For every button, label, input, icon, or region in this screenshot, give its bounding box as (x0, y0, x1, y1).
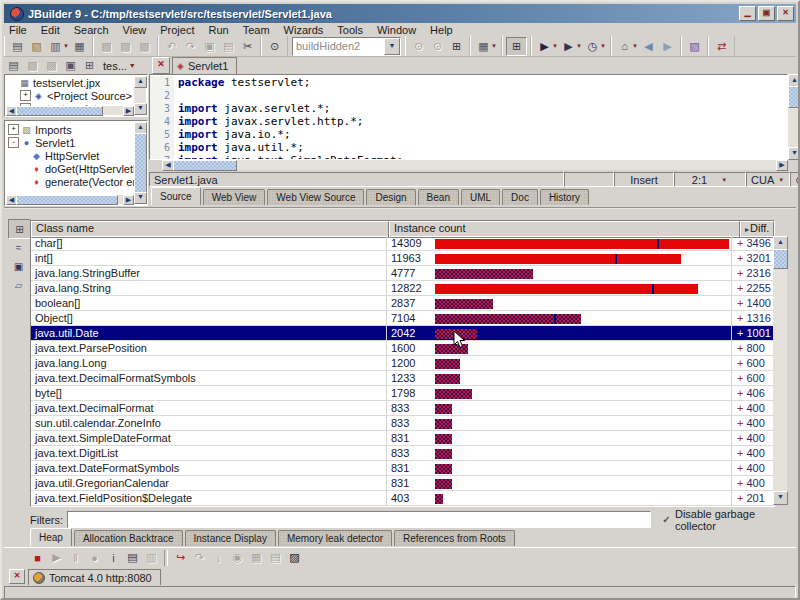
tab-uml[interactable]: UML (461, 189, 500, 205)
chevron-down-icon[interactable]: ▼ (384, 38, 400, 55)
new-file-button[interactable]: ▤ (8, 38, 27, 55)
resume-button[interactable]: ▶ (47, 549, 66, 566)
structure-tree-item[interactable]: ♦generate(Vector entr (6, 175, 134, 188)
tab-doc[interactable]: Doc (502, 189, 538, 205)
redo-button[interactable]: ↷ (181, 38, 200, 55)
table-row[interactable]: Object[]7104+ 1316 (31, 311, 774, 326)
code-editor[interactable]: 1package testservlet;23import javax.serv… (149, 74, 788, 160)
view-threads-button[interactable]: ▤ (266, 549, 285, 566)
scroll-up-icon[interactable]: ▲ (134, 76, 147, 88)
table-row[interactable]: int[]11963+ 3201 (31, 251, 774, 266)
project-tree-item[interactable]: +◈<Project Source> (6, 89, 134, 102)
copy-file-button[interactable]: ▩ (97, 38, 116, 55)
menu-tools[interactable]: Tools (330, 24, 370, 36)
table-row[interactable]: java.text.DecimalFormat833+ 400 (31, 401, 774, 416)
thread-info-button[interactable]: i (104, 549, 123, 566)
process-tab-tomcat[interactable]: Tomcat 4.0 http:8080 (28, 569, 161, 585)
project-selector[interactable]: tes... (103, 60, 127, 72)
console-view-icon[interactable]: ⊞ (8, 219, 31, 239)
profile-project-button[interactable]: ◷ (583, 38, 602, 55)
scroll-down-icon[interactable]: ▼ (134, 192, 147, 204)
scroll-thumb[interactable] (16, 195, 118, 205)
save-file-button[interactable]: ▥ (46, 38, 65, 55)
file-tab-servlet1[interactable]: ◈ Servlet1 (172, 57, 237, 74)
tab-history[interactable]: History (540, 189, 589, 205)
scroll-down-icon[interactable]: ▼ (788, 147, 800, 160)
scroll-thumb[interactable] (173, 160, 237, 171)
add-file-button[interactable]: ▩ (23, 57, 42, 74)
refresh-file-button[interactable]: ▦ (70, 38, 89, 55)
heap-view-icon[interactable]: ▣ (8, 257, 29, 275)
tab-instance-display[interactable]: Instance Display (185, 530, 276, 546)
close-project-button[interactable]: ▣ (61, 57, 80, 74)
run-to-cursor-button[interactable]: ↪ (171, 549, 190, 566)
run-project-button[interactable]: ▶ (535, 38, 554, 55)
menu-window[interactable]: Window (370, 24, 423, 36)
tab-source[interactable]: Source (151, 187, 201, 205)
table-row[interactable]: java.text.DateFormatSymbols831+ 400 (31, 461, 774, 476)
table-row[interactable]: java.text.DecimalFormatSymbols1233+ 600 (31, 371, 774, 386)
help-book-button[interactable]: ▧ (685, 38, 704, 55)
tab-bean[interactable]: Bean (418, 189, 459, 205)
scroll-down-icon[interactable]: ▼ (134, 103, 147, 115)
table-row[interactable]: java.util.Date2042+ 1001 (31, 326, 774, 341)
allocation-view-icon[interactable]: ▱ (8, 276, 29, 294)
code-line[interactable]: 2 (150, 89, 787, 102)
step-over-button[interactable]: ↷ (190, 549, 209, 566)
status-caret-position[interactable]: 2:1▼ (674, 172, 746, 187)
scroll-right-icon[interactable]: ▶ (123, 195, 134, 205)
make-project-button[interactable]: ▦ (474, 38, 493, 55)
copy-button[interactable]: ▣ (200, 38, 219, 55)
terminate-button[interactable]: ● (85, 549, 104, 566)
table-row[interactable]: byte[]1798+ 406 (31, 386, 774, 401)
tab-memory-leak-detector[interactable]: Memory leak detector (278, 530, 392, 546)
table-row[interactable]: char[]14309+ 3496 (31, 236, 774, 251)
code-line[interactable]: 3import javax.servlet.*; (150, 102, 787, 115)
tab-references-from-roots[interactable]: References from Roots (394, 530, 515, 546)
scroll-down-icon[interactable]: ▼ (773, 491, 788, 505)
tab-design[interactable]: Design (366, 189, 415, 205)
find-in-files-button[interactable]: ⊞ (447, 38, 466, 55)
build-target-combo[interactable]: buildHidden2 ▼ (292, 37, 401, 56)
toggle-curtain-button[interactable]: ⊞ (506, 37, 527, 56)
gc-checkbox[interactable]: ✓ (661, 514, 672, 526)
code-line[interactable]: 4import javax.servlet.http.*; (150, 115, 787, 128)
scroll-thumb[interactable] (16, 106, 103, 116)
table-row[interactable]: java.lang.StringBuffer4777+ 2316 (31, 266, 774, 281)
scroll-thumb[interactable] (773, 249, 788, 269)
status-keymap[interactable]: CUA▼ (746, 172, 790, 187)
menu-help[interactable]: Help (423, 24, 460, 36)
snapshot-button[interactable]: ◉ (228, 549, 247, 566)
menu-team[interactable]: Team (236, 24, 277, 36)
tab-heap[interactable]: Heap (30, 528, 72, 546)
back-button[interactable]: ◀ (639, 38, 658, 55)
structure-hscrollbar[interactable]: ◀ ▶ (6, 195, 134, 204)
memory-monitor-icon[interactable]: ≈ (8, 238, 29, 256)
structure-vscrollbar[interactable]: ▲ ▼ (134, 122, 146, 204)
menu-project[interactable]: Project (153, 24, 201, 36)
project-tree-vscrollbar[interactable]: ▲ ▼ (134, 76, 146, 115)
minimize-button[interactable]: ▁ (739, 6, 756, 21)
smart-swap-button[interactable]: ▨ (285, 549, 304, 566)
restore-button[interactable]: ▣ (758, 6, 775, 21)
editor-vscrollbar[interactable]: ▲ ▼ (788, 74, 800, 160)
search-again-button[interactable]: ⊙ (409, 38, 428, 55)
project-properties-button[interactable]: ▤ (4, 57, 23, 74)
structure-tree-item[interactable]: +▧Imports (6, 123, 134, 136)
show-console-button[interactable]: ▤ (123, 549, 142, 566)
browse-home-button[interactable]: ⌂ (615, 38, 634, 55)
table-row[interactable]: java.text.ParsePosition1600+ 800 (31, 341, 774, 356)
scroll-thumb[interactable] (788, 86, 800, 108)
paste-button[interactable]: ▤ (219, 38, 238, 55)
chevron-down-icon[interactable]: ▼ (129, 62, 136, 69)
search-backward-button[interactable]: ⊙ (428, 38, 447, 55)
title-bar[interactable]: JBuilder 9 - C:/tmp/testservlet/src/test… (4, 4, 796, 23)
scroll-right-icon[interactable]: ▶ (776, 160, 788, 171)
debug-project-button[interactable]: ▶ (559, 38, 578, 55)
menu-edit[interactable]: Edit (34, 24, 67, 36)
close-button[interactable]: ✕ (777, 6, 794, 21)
undo-button[interactable]: ↶ (162, 38, 181, 55)
refresh-project-button[interactable]: ⊞ (80, 57, 99, 74)
structure-tree-item[interactable]: -●Servlet1 (6, 136, 134, 149)
tab-web-view[interactable]: Web View (203, 189, 266, 205)
